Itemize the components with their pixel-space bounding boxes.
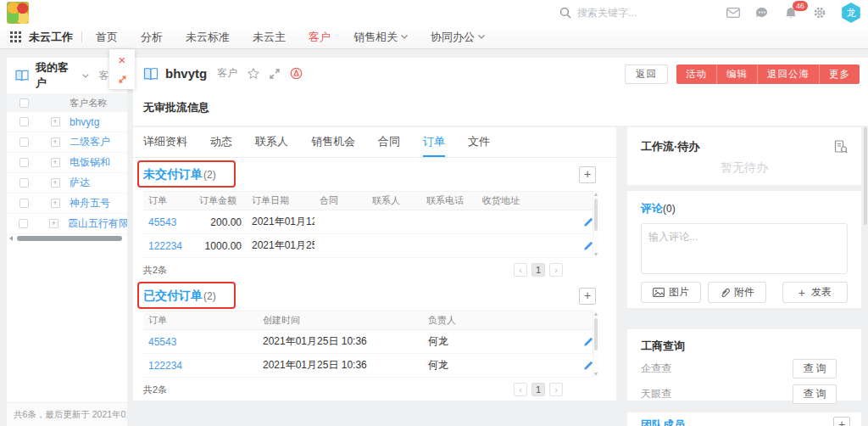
table-scrollbar[interactable] <box>593 191 598 258</box>
close-icon[interactable]: × <box>119 53 126 66</box>
list-item[interactable]: + bhvytg <box>7 112 127 132</box>
order-link[interactable]: 122234 <box>143 240 194 252</box>
scrollbar-thumb[interactable] <box>17 236 122 241</box>
apps-grid-icon[interactable] <box>10 31 21 42</box>
list-item[interactable]: + 萨达 <box>7 173 127 193</box>
owner-name: 何龙 <box>423 334 550 349</box>
tab-contracts[interactable]: 合同 <box>378 127 400 157</box>
edit-pencil-icon[interactable] <box>550 337 598 347</box>
expand-plus-icon[interactable]: + <box>51 117 60 126</box>
order-link[interactable]: 45543 <box>143 216 194 228</box>
page-number[interactable]: 1 <box>531 383 545 396</box>
col-created: 创建时间 <box>258 314 423 327</box>
app-logo[interactable] <box>7 2 29 24</box>
scroll-up-icon[interactable] <box>594 193 598 196</box>
customer-link[interactable]: 神舟五号 <box>70 196 110 210</box>
table-scrollbar[interactable] <box>593 311 598 378</box>
next-page-button[interactable]: › <box>549 263 563 277</box>
workflow-search-icon[interactable] <box>834 140 848 154</box>
list-item[interactable]: + 神舟五号 <box>7 193 127 214</box>
query-button[interactable]: 查询 <box>793 384 837 404</box>
comment-input[interactable] <box>641 223 848 274</box>
gear-icon[interactable] <box>812 6 826 20</box>
edit-pencil-icon[interactable] <box>550 361 598 371</box>
add-order-button[interactable]: + <box>579 166 596 183</box>
select-all-checkbox[interactable] <box>19 98 29 108</box>
scroll-up-icon[interactable] <box>594 312 598 316</box>
horizontal-scrollbar[interactable] <box>7 235 127 242</box>
list-item[interactable]: + 霞山五行有限 <box>7 214 127 234</box>
query-button[interactable]: 查询 <box>793 359 837 378</box>
nav-item-collab[interactable]: 协同办公 <box>431 30 485 45</box>
image-button[interactable]: 图片 <box>641 282 701 303</box>
post-comment-button[interactable]: + 发表 <box>782 282 848 303</box>
scroll-left-icon[interactable] <box>9 236 13 241</box>
order-link[interactable]: 122234 <box>143 360 258 372</box>
expand-diagonal-icon[interactable] <box>117 74 128 85</box>
star-icon[interactable] <box>248 68 259 79</box>
expand-plus-icon[interactable]: + <box>49 219 58 228</box>
order-link[interactable]: 45543 <box>143 336 258 348</box>
expand-plus-icon[interactable]: + <box>51 137 60 147</box>
nav-item-sales[interactable]: 销售相关 <box>353 30 408 45</box>
row-checkbox[interactable] <box>19 199 29 208</box>
scrollbar-thumb[interactable] <box>594 199 598 231</box>
avatar[interactable]: 龙 <box>841 3 861 23</box>
expand-plus-icon[interactable]: + <box>51 158 60 167</box>
mail-icon[interactable] <box>726 6 740 20</box>
fullscreen-icon[interactable] <box>270 69 280 79</box>
customer-link[interactable]: bhvytg <box>70 116 99 128</box>
col-phone: 联系电话 <box>421 194 477 207</box>
nav-item-main[interactable]: 未云主 <box>253 30 286 45</box>
list-item[interactable]: + 二级客户 <box>7 132 127 153</box>
tab-files[interactable]: 文件 <box>468 127 490 157</box>
customer-link[interactable]: 电饭锅和 <box>70 155 110 170</box>
chat-icon[interactable] <box>754 6 769 20</box>
row-checkbox[interactable] <box>19 117 29 126</box>
query-row: 天眼查 查询 <box>627 381 861 406</box>
add-button[interactable]: + <box>833 417 850 426</box>
attachment-button[interactable]: 附件 <box>708 282 766 303</box>
nav-item-home[interactable]: 首页 <box>96 30 118 45</box>
nav-item-standard[interactable]: 未云标准 <box>186 30 230 45</box>
list-item[interactable]: + 电饭锅和 <box>7 153 127 173</box>
right-scrollbar[interactable] <box>864 127 867 225</box>
topbar: 搜索关键字... 46 龙 <box>0 0 868 25</box>
tab-activity[interactable]: 动态 <box>210 127 232 157</box>
seal-icon[interactable] <box>290 67 303 80</box>
tab-opportunities[interactable]: 销售机会 <box>311 127 355 157</box>
row-checkbox[interactable] <box>19 178 29 188</box>
nav-item-customer[interactable]: 客户 <box>309 30 331 45</box>
return-to-pool-button[interactable]: 退回公海 <box>757 64 819 84</box>
expand-plus-icon[interactable]: + <box>51 199 60 208</box>
next-page-button[interactable]: › <box>549 383 563 396</box>
page-number[interactable]: 1 <box>531 263 545 277</box>
edit-button[interactable]: 编辑 <box>716 64 757 84</box>
row-checkbox[interactable] <box>19 137 29 147</box>
customer-link[interactable]: 二级客户 <box>70 135 110 149</box>
row-checkbox[interactable] <box>19 219 28 228</box>
prev-page-button[interactable]: ‹ <box>514 383 527 396</box>
tab-orders[interactable]: 订单 <box>423 127 445 157</box>
workspace-name[interactable]: 未云工作 <box>29 30 73 45</box>
list-title[interactable]: 我的客户 <box>36 60 79 91</box>
scrollbar-thumb[interactable] <box>594 318 598 350</box>
add-order-button[interactable]: + <box>579 288 596 305</box>
customer-link[interactable]: 萨达 <box>70 176 90 190</box>
undelivered-section-header: 未交付订单 (2) + <box>143 158 606 191</box>
back-button[interactable]: 返回 <box>625 64 668 84</box>
scroll-down-icon[interactable] <box>594 253 598 256</box>
activity-button[interactable]: 活动 <box>676 64 716 84</box>
tab-contacts[interactable]: 联系人 <box>255 127 288 157</box>
global-search[interactable]: 搜索关键字... <box>559 0 637 25</box>
prev-page-button[interactable]: ‹ <box>514 263 527 277</box>
customer-link[interactable]: 霞山五行有限 <box>68 216 127 231</box>
scroll-down-icon[interactable] <box>594 373 598 376</box>
expand-plus-icon[interactable]: + <box>51 178 60 188</box>
nav-item-analysis[interactable]: 分析 <box>141 30 163 45</box>
chevron-down-icon[interactable] <box>82 74 89 78</box>
bell-icon[interactable]: 46 <box>783 6 798 20</box>
tab-profile[interactable]: 详细资料 <box>143 127 187 157</box>
more-button[interactable]: 更多 <box>819 64 860 84</box>
row-checkbox[interactable] <box>19 158 29 167</box>
